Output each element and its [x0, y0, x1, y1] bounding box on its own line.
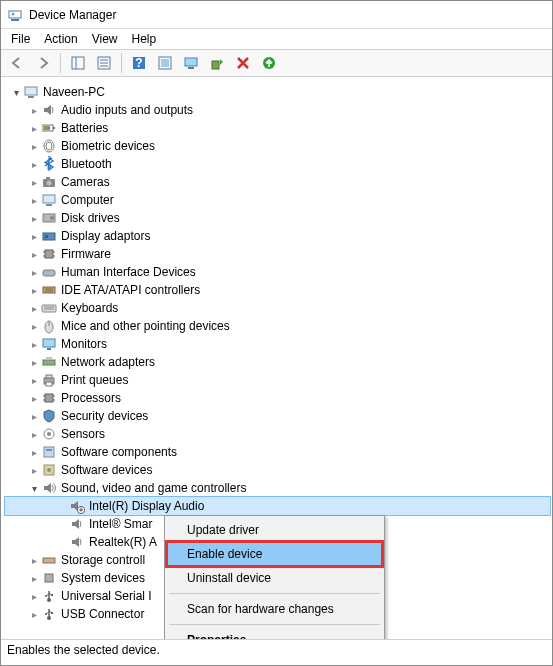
expand-arrow-icon[interactable] [27, 195, 41, 206]
tree-category[interactable]: Print queues [5, 371, 550, 389]
expand-arrow-icon[interactable] [27, 609, 41, 620]
device-tree[interactable]: Naveen-PC Audio inputs and outputsBatter… [1, 77, 552, 639]
ctx-enable-device[interactable]: Enable device [167, 542, 382, 566]
tree-category[interactable]: IDE ATA/ATAPI controllers [5, 281, 550, 299]
category-label: Bluetooth [61, 157, 112, 171]
menu-view[interactable]: View [92, 32, 118, 46]
ctx-update-label: Update driver [187, 523, 259, 537]
uninstall-button[interactable] [231, 52, 255, 74]
category-label: USB Connector [61, 607, 144, 621]
expand-arrow-icon[interactable] [27, 357, 41, 368]
monitor-icon-button[interactable] [179, 52, 203, 74]
enable-button[interactable] [257, 52, 281, 74]
expand-arrow-icon[interactable] [27, 231, 41, 242]
svg-point-74 [45, 613, 47, 615]
back-button[interactable] [5, 52, 29, 74]
svg-rect-15 [212, 61, 219, 69]
context-menu: Update driver Enable device Uninstall de… [164, 515, 385, 639]
ctx-uninstall-device[interactable]: Uninstall device [167, 566, 382, 590]
ctx-enable-label: Enable device [187, 547, 262, 561]
menu-file[interactable]: File [11, 32, 30, 46]
expand-arrow-icon[interactable] [27, 339, 41, 350]
tree-category[interactable]: Sound, video and game controllers [5, 479, 550, 497]
expand-arrow-icon[interactable] [27, 573, 41, 584]
expand-arrow-icon[interactable] [27, 321, 41, 332]
tree-category[interactable]: Network adapters [5, 353, 550, 371]
category-label: Firmware [61, 247, 111, 261]
tree-category[interactable]: Sensors [5, 425, 550, 443]
tree-category[interactable]: Human Interface Devices [5, 263, 550, 281]
tree-category[interactable]: Keyboards [5, 299, 550, 317]
tree-root[interactable]: Naveen-PC [5, 83, 550, 101]
help-button[interactable]: ? [127, 52, 151, 74]
svg-rect-54 [45, 394, 53, 402]
expand-arrow-icon[interactable] [27, 483, 41, 494]
expand-arrow-icon[interactable] [27, 213, 41, 224]
scan-hardware-button[interactable] [153, 52, 177, 74]
category-icon [41, 408, 57, 424]
tree-category[interactable]: Bluetooth [5, 155, 550, 173]
forward-button[interactable] [31, 52, 55, 74]
category-icon [41, 606, 57, 622]
device-icon [69, 516, 85, 532]
show-hide-tree-button[interactable] [66, 52, 90, 74]
update-driver-button[interactable] [205, 52, 229, 74]
expand-arrow-icon[interactable] [27, 591, 41, 602]
tree-category[interactable]: Audio inputs and outputs [5, 101, 550, 119]
expand-arrow-icon[interactable] [27, 375, 41, 386]
tree-category[interactable]: Cameras [5, 173, 550, 191]
category-label: Software devices [61, 463, 152, 477]
category-label: Network adapters [61, 355, 155, 369]
tree-category[interactable]: Software devices [5, 461, 550, 479]
svg-rect-32 [45, 235, 48, 238]
computer-icon [23, 84, 39, 100]
svg-rect-13 [185, 58, 197, 66]
expand-arrow-icon[interactable] [27, 105, 41, 116]
expand-arrow-icon[interactable] [27, 267, 41, 278]
category-icon [41, 444, 57, 460]
tree-category[interactable]: Security devices [5, 407, 550, 425]
expand-arrow-icon[interactable] [27, 465, 41, 476]
category-label: Security devices [61, 409, 148, 423]
expand-arrow-icon[interactable] [27, 123, 41, 134]
svg-text:?: ? [135, 56, 142, 70]
tree-category[interactable]: Batteries [5, 119, 550, 137]
expand-arrow-icon[interactable] [27, 555, 41, 566]
tree-category[interactable]: Biometric devices [5, 137, 550, 155]
tree-category[interactable]: Display adaptors [5, 227, 550, 245]
tree-category[interactable]: Mice and other pointing devices [5, 317, 550, 335]
ctx-scan-hardware[interactable]: Scan for hardware changes [167, 597, 382, 621]
category-label: Mice and other pointing devices [61, 319, 230, 333]
expand-arrow-icon[interactable] [27, 429, 41, 440]
expand-arrow-icon[interactable] [27, 249, 41, 260]
expand-arrow-icon[interactable] [27, 303, 41, 314]
tree-category[interactable]: Firmware [5, 245, 550, 263]
category-icon [41, 282, 57, 298]
category-label: Universal Serial I [61, 589, 152, 603]
expand-arrow-icon[interactable] [9, 87, 23, 98]
tree-category[interactable]: Disk drives [5, 209, 550, 227]
tree-device[interactable]: Intel(R) Display Audio [5, 497, 550, 515]
tree-category[interactable]: Monitors [5, 335, 550, 353]
expand-arrow-icon[interactable] [27, 393, 41, 404]
category-label: Processors [61, 391, 121, 405]
expand-arrow-icon[interactable] [27, 411, 41, 422]
expand-arrow-icon[interactable] [27, 141, 41, 152]
expand-arrow-icon[interactable] [27, 285, 41, 296]
svg-rect-66 [43, 558, 55, 563]
ctx-properties[interactable]: Properties [167, 628, 382, 639]
properties-button[interactable] [92, 52, 116, 74]
expand-arrow-icon[interactable] [27, 159, 41, 170]
device-icon [69, 498, 85, 514]
menu-action[interactable]: Action [44, 32, 77, 46]
expand-arrow-icon[interactable] [27, 177, 41, 188]
expand-arrow-icon[interactable] [27, 447, 41, 458]
tree-category[interactable]: Processors [5, 389, 550, 407]
svg-rect-61 [44, 447, 54, 457]
category-icon [41, 588, 57, 604]
tree-category[interactable]: Software components [5, 443, 550, 461]
menu-help[interactable]: Help [132, 32, 157, 46]
tree-category[interactable]: Computer [5, 191, 550, 209]
ctx-divider [169, 624, 380, 625]
ctx-update-driver[interactable]: Update driver [167, 518, 382, 542]
